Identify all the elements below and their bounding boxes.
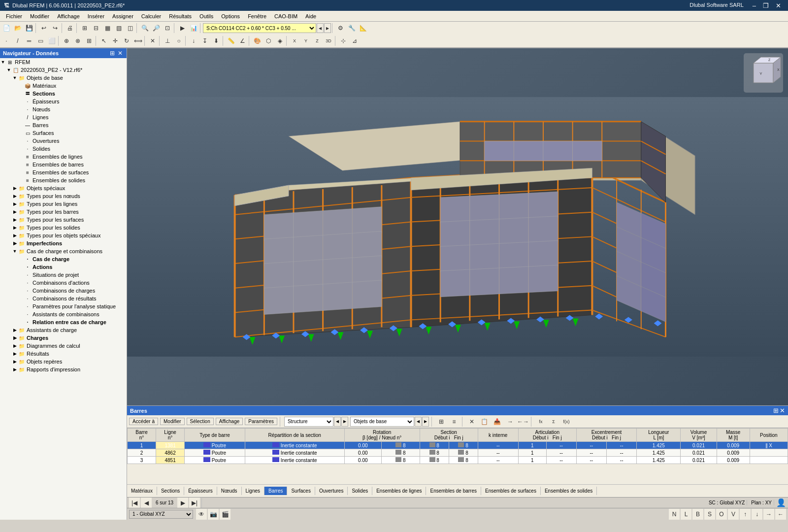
bottom-tab-ouvertures[interactable]: Ouvertures	[315, 487, 348, 495]
delete-btn[interactable]: ✕	[147, 35, 158, 46]
nav-arrow-file[interactable]: ▼	[6, 67, 12, 72]
menu-item-assigner[interactable]: Assigner	[108, 12, 137, 20]
struct-next[interactable]: ▶	[341, 417, 348, 427]
nav-arrow-types-lignes[interactable]: ▶	[12, 201, 18, 206]
table-tool4[interactable]: →	[505, 416, 516, 427]
nav-item-sections[interactable]: 〓 Sections	[0, 90, 127, 98]
bot-icon1[interactable]: N	[669, 509, 680, 520]
nav-item-types-speciaux[interactable]: ▶ 📁 Types pour les objets spéciaux	[0, 232, 127, 239]
table-scroll-area[interactable]: Barren° Lignen° Type de barre Répartitio…	[127, 428, 788, 484]
next-page-btn[interactable]: ▶	[177, 498, 188, 508]
nav-item-resultats[interactable]: ▶ 📁 Résultats	[0, 350, 127, 358]
line-btn[interactable]: /	[12, 35, 23, 46]
nav-item-combi-charges[interactable]: · Combinaisons de charges	[0, 287, 127, 295]
view-z[interactable]: Z	[312, 35, 323, 46]
load-node-btn[interactable]: ↓	[188, 35, 199, 46]
nav-item-assistants-combi[interactable]: · Assistants de combinaisons	[0, 310, 127, 318]
params-filter-btn[interactable]: Paramètres	[245, 418, 277, 425]
nav-arrow-cas-charge-combo[interactable]: ▼	[12, 249, 18, 254]
table-row-1[interactable]: 2 4862 Poutre Inertie constante 0.00 8 8…	[128, 449, 788, 457]
filter-btn[interactable]: ⊞	[436, 416, 447, 427]
table-tool5[interactable]: ←→	[518, 416, 528, 427]
nav-item-ensembles-lignes[interactable]: ≡ Ensembles de lignes	[0, 153, 127, 161]
nav-arrow-diagrammes[interactable]: ▶	[12, 343, 18, 348]
nav-item-noeuds[interactable]: · Nœuds	[0, 105, 127, 113]
nav-item-situations-projet[interactable]: · Situations de projet	[0, 271, 127, 279]
nav-item-types-solides[interactable]: ▶ 📁 Types pour les solides	[0, 224, 127, 232]
nav-item-lignes[interactable]: / Lignes	[0, 113, 127, 121]
close-button[interactable]: ✕	[773, 2, 784, 9]
bottom-tab-solides[interactable]: Solides	[348, 487, 372, 495]
bottom-tab-surfaces[interactable]: Surfaces	[287, 487, 315, 495]
bottom-tab-ensembles-de-surfaces[interactable]: Ensembles de surfaces	[481, 487, 541, 495]
surface-btn[interactable]: ▭	[35, 35, 46, 46]
nav-item-types-surfaces[interactable]: ▶ 📁 Types pour les surfaces	[0, 216, 127, 224]
filter-active-btn[interactable]: ≡	[449, 416, 460, 427]
tool2[interactable]: 🔧	[346, 23, 357, 33]
view2[interactable]: ⊟	[91, 23, 101, 33]
video-btn[interactable]: 🎬	[220, 509, 230, 520]
snap2[interactable]: ⊗	[72, 35, 83, 46]
table-float-btn[interactable]: ⊞	[773, 407, 779, 414]
bottom-tab-lignes[interactable]: Lignes	[242, 487, 264, 495]
nav-item-rapports[interactable]: ▶ 📁 Rapports d'impression	[0, 366, 127, 373]
bot-icon4[interactable]: S	[704, 509, 715, 520]
calc-btn[interactable]: ▶	[177, 23, 188, 33]
nav-arrow-types-surfaces[interactable]: ▶	[12, 217, 18, 222]
new-btn[interactable]: 📄	[1, 23, 12, 33]
nav-arrow-resultats[interactable]: ▶	[12, 351, 18, 356]
bar-btn[interactable]: ═	[24, 35, 34, 46]
load-case-combo[interactable]: S:Ch CO114 CC2 + 0.60 * CC3 + 0.50 ...	[203, 23, 316, 33]
support-btn[interactable]: ⊥	[162, 35, 173, 46]
menu-item-cao-bim[interactable]: CAO-BIM	[270, 12, 301, 20]
zoom-fit[interactable]: ⊡	[162, 23, 173, 33]
next-case-btn[interactable]: ▶	[324, 23, 331, 33]
nav-item-types-barres[interactable]: ▶ 📁 Types pour les barres	[0, 208, 127, 216]
nav-item-types-lignes[interactable]: ▶ 📁 Types pour les lignes	[0, 200, 127, 208]
wire-btn[interactable]: ⬡	[263, 35, 274, 46]
viewport-3d[interactable]: Y X Z	[127, 48, 788, 405]
nav-arrow-rapports[interactable]: ▶	[12, 367, 18, 372]
bottom-tab-matériaux[interactable]: Matériaux	[127, 487, 157, 495]
nav-item-rfem[interactable]: ▼ ⊞ RFEM	[0, 58, 127, 66]
nav-item-file[interactable]: ▼ 📋 20220503_PE2 - V12.rf6*	[0, 66, 127, 74]
disp-btn[interactable]: 📏	[226, 35, 236, 46]
nav-arrow-objets-base[interactable]: ▼	[12, 75, 18, 80]
nav-item-actions[interactable]: · Actions	[0, 263, 127, 271]
render-btn[interactable]: 🎨	[252, 35, 263, 46]
access-btn[interactable]: Accéder à	[129, 418, 158, 425]
nav-arrow-objets-reperes[interactable]: ▶	[12, 359, 18, 364]
angle-btn[interactable]: ∠	[237, 35, 248, 46]
nav-item-cas-charge[interactable]: · Cas de charge	[0, 255, 127, 263]
print-btn[interactable]: 🖨	[65, 23, 75, 33]
bot-icon8[interactable]: ↓	[752, 509, 762, 520]
bottom-tab-sections[interactable]: Sections	[157, 487, 184, 495]
fx-btn[interactable]: fx	[535, 416, 546, 427]
grid-btn[interactable]: ⊹	[338, 35, 349, 46]
nav-item-params-analyse[interactable]: · Paramètres pour l'analyse statique	[0, 302, 127, 310]
bottom-tab-ensembles-de-lignes[interactable]: Ensembles de lignes	[372, 487, 426, 495]
view-filter-btn[interactable]: Affichage	[216, 418, 243, 425]
view-x[interactable]: X	[289, 35, 300, 46]
nav-item-ensembles-surfaces[interactable]: ≡ Ensembles de surfaces	[0, 168, 127, 176]
bottom-tab-barres[interactable]: Barres	[264, 487, 287, 495]
rotate-btn[interactable]: ↻	[121, 35, 132, 46]
nav-item-assistants-charge[interactable]: ▶ 📁 Assistants de charge	[0, 326, 127, 334]
load-bar-btn[interactable]: ↧	[199, 35, 210, 46]
nav-arrow-types-solides[interactable]: ▶	[12, 225, 18, 230]
bottom-tab-nœuds[interactable]: Nœuds	[217, 487, 242, 495]
nav-item-combi-resultats[interactable]: · Combinaisons de résultats	[0, 295, 127, 302]
nav-item-combi-actions[interactable]: · Combinaisons d'actions	[0, 279, 127, 287]
nav-close-btn[interactable]: ✕	[117, 50, 124, 57]
select-btn[interactable]: ↖	[98, 35, 109, 46]
view-y[interactable]: Y	[300, 35, 311, 46]
nav-arrow-imperfections[interactable]: ▶	[12, 241, 18, 246]
view1[interactable]: ⊞	[79, 23, 90, 33]
mirror-btn[interactable]: ⟺	[132, 35, 143, 46]
bot-icon5[interactable]: O	[716, 509, 727, 520]
zoom-out[interactable]: 🔎	[151, 23, 162, 33]
bot-icon7[interactable]: ↑	[740, 509, 751, 520]
eye-btn[interactable]: 👁	[196, 509, 207, 520]
menu-item-outils[interactable]: Outils	[196, 12, 217, 20]
nav-item-objets-reperes[interactable]: ▶ 📁 Objets repères	[0, 358, 127, 366]
